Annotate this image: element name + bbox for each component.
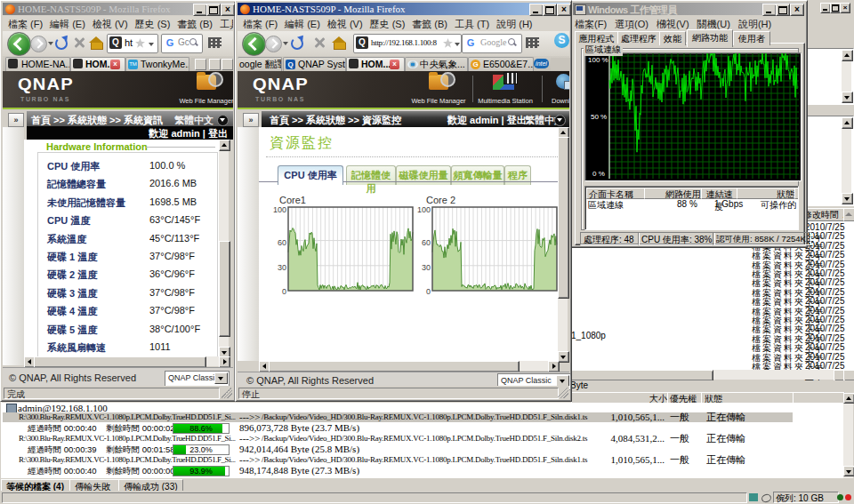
svg-text:0 %: 0 % — [592, 170, 605, 178]
svg-text:50 %: 50 % — [591, 113, 607, 121]
svg-text:0: 0 — [426, 287, 431, 296]
svg-text:100 %: 100 % — [588, 56, 608, 64]
svg-text:100: 100 — [273, 206, 286, 214]
svg-text:30: 30 — [422, 263, 431, 272]
svg-text:0: 0 — [282, 287, 286, 296]
svg-text:100: 100 — [417, 206, 431, 214]
svg-text:60: 60 — [422, 238, 431, 247]
svg-text:30: 30 — [278, 263, 286, 272]
svg-text:60: 60 — [278, 238, 286, 247]
